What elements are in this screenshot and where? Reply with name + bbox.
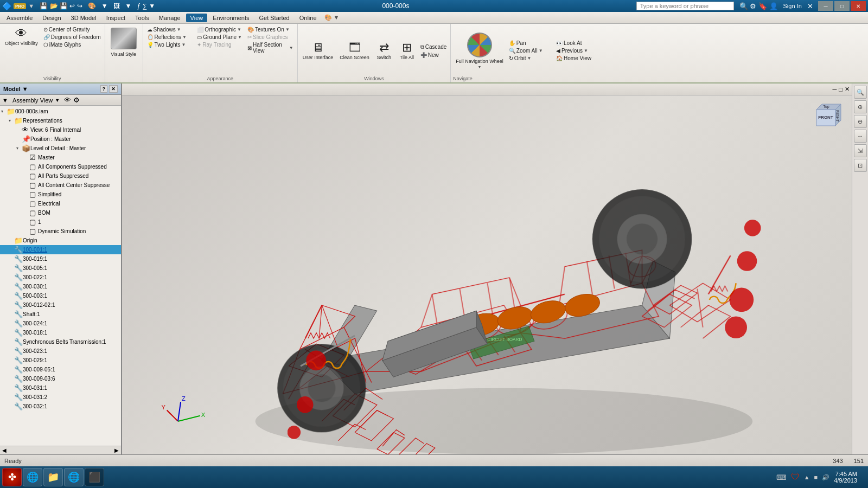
sidebar-close-btn[interactable]: ✕ <box>109 85 118 93</box>
ray-tracing-btn[interactable]: ✦ Ray Tracing <box>195 41 245 48</box>
viewcube[interactable]: Top FRONT RIGHT <box>806 100 846 140</box>
two-lights-btn[interactable]: 💡 Two Lights ▼ <box>145 41 195 48</box>
viewport-close-icon[interactable]: ✕ <box>845 86 850 93</box>
tree-item[interactable]: 🔧300-023:1 <box>0 346 121 356</box>
tree-item[interactable]: 🔧300-029:1 <box>0 356 121 365</box>
tree-item[interactable]: 🔧300-032:1 <box>0 402 121 411</box>
home-view-btn[interactable]: 🏠 Home View <box>554 55 601 62</box>
close-btn[interactable]: ✕ <box>851 1 866 11</box>
menu-tab-dropdown[interactable]: 🎨 ▼ <box>324 14 340 21</box>
tree-item[interactable]: 🔧300-009-05:1 <box>0 365 121 374</box>
menu-3dmodel[interactable]: 3D Model <box>67 14 101 22</box>
orbit-btn[interactable]: ↻ Orbit ▼ <box>507 55 553 62</box>
clean-screen-btn[interactable]: 🗔 Clean Screen <box>337 40 372 62</box>
right-tool-5[interactable]: ⇲ <box>854 144 867 157</box>
tree-item[interactable]: ▢1 <box>0 217 121 227</box>
tree-item[interactable]: ▾📦Level of Detail : Master <box>0 144 121 153</box>
taskbar-btn-1[interactable]: ✤ <box>2 468 22 486</box>
view-options-icon[interactable]: ⚙ <box>73 96 80 104</box>
tree-item[interactable]: 🔧500-003:1 <box>0 291 121 300</box>
user-interface-btn[interactable]: 🖥 User Interface <box>300 40 336 62</box>
filter-icon[interactable]: ▼ <box>2 97 8 104</box>
visual-style-btn[interactable]: Visual Style <box>107 26 140 59</box>
assembly-view-arrow[interactable]: ▼ <box>55 98 60 103</box>
tree-item[interactable]: ▢Simplified <box>0 190 121 199</box>
tree-item[interactable]: 🔧300-030:1 <box>0 282 121 291</box>
viewport-restore-icon[interactable]: □ <box>839 86 843 93</box>
menu-online[interactable]: Online <box>295 14 321 22</box>
tree-item[interactable]: 🔧100-001:1 <box>0 245 121 254</box>
maximize-btn[interactable]: □ <box>834 1 850 11</box>
center-gravity-btn[interactable]: ⊙ Center of Gravity <box>42 26 103 33</box>
new-window-btn[interactable]: ➕ New <box>419 52 448 59</box>
reflections-btn[interactable]: 🪞 Reflections ▼ <box>145 34 195 41</box>
tree-item[interactable]: 🔧Shaft:1 <box>0 310 121 319</box>
switch-btn[interactable]: ⇄ Switch <box>373 40 395 62</box>
tree-item[interactable]: ▢BOM <box>0 208 121 217</box>
tree-item[interactable]: ▢Dynamic Simulation <box>0 227 121 236</box>
previous-btn[interactable]: ◀ Previous ▼ <box>554 47 601 54</box>
menu-manage[interactable]: Manage <box>155 14 185 22</box>
tree-item[interactable]: ☑Master <box>0 153 121 162</box>
menu-environments[interactable]: Environments <box>208 14 253 22</box>
tree-item[interactable]: 🔧Synchronous Belts Transmission:1 <box>0 337 121 346</box>
menu-getstarted[interactable]: Get Started <box>254 14 293 22</box>
orthographic-btn[interactable]: ⬜ Orthographic ▼ <box>195 26 245 33</box>
scroll-right-btn[interactable]: ▶ <box>114 447 119 453</box>
half-section-btn[interactable]: ⊠ Half Section View ▼ <box>246 41 295 54</box>
zoom-all-btn[interactable]: 🔍 Zoom All ▼ <box>507 47 553 54</box>
taskbar-btn-3[interactable]: 📁 <box>43 468 63 486</box>
menu-design[interactable]: Design <box>38 14 65 22</box>
tree-item[interactable]: ▾📁000-000s.iam <box>0 107 121 116</box>
minimize-btn[interactable]: ─ <box>818 1 833 11</box>
menu-tools[interactable]: Tools <box>131 14 154 22</box>
taskbar-btn-4[interactable]: 🌐 <box>64 468 84 486</box>
pan-btn[interactable]: ✋ Pan <box>507 40 553 47</box>
viewport-minimize-icon[interactable]: ─ <box>833 86 837 93</box>
menu-view[interactable]: View <box>186 14 208 22</box>
tree-item[interactable]: 🔧300-019:1 <box>0 254 121 264</box>
right-tool-3[interactable]: ⊖ <box>854 115 867 128</box>
tree-item[interactable]: ▢All Parts Suppressed <box>0 171 121 181</box>
tree-item[interactable]: ▢All Components Suppressed <box>0 162 121 171</box>
tile-all-btn[interactable]: ⊞ Tile All <box>396 40 418 62</box>
tree-item[interactable]: 🔧300-012-02:1 <box>0 300 121 310</box>
tree-item[interactable]: 🔧300-024:1 <box>0 319 121 328</box>
ground-plane-btn[interactable]: ▭ Ground Plane ▼ <box>195 34 245 41</box>
search-input[interactable] <box>636 2 734 10</box>
viewport[interactable]: ─ □ ✕ <box>122 84 852 454</box>
taskbar-btn-2[interactable]: 🌐 <box>23 468 42 486</box>
tree-item[interactable]: 🔧300-009-03:6 <box>0 374 121 383</box>
imates-btn[interactable]: ⬡ iMate Glyphs <box>42 41 103 48</box>
menu-assemble[interactable]: Assemble <box>2 14 37 22</box>
taskbar-btn-5[interactable]: ⬛ <box>85 468 104 486</box>
tree-item[interactable]: 🔧300-018:1 <box>0 328 121 337</box>
textures-btn[interactable]: 🎨 Textures On ▼ <box>246 26 295 33</box>
scroll-left-btn[interactable]: ◀ <box>2 447 7 453</box>
shadows-btn[interactable]: ☁ Shadows ▼ <box>145 26 195 33</box>
tree-item[interactable]: 📁Origin <box>0 236 121 245</box>
tree-item[interactable]: ▢All Content Center Suppresse <box>0 181 121 190</box>
tree-item[interactable]: 🔧300-031:2 <box>0 393 121 402</box>
tree-item[interactable]: 🔧300-005:1 <box>0 264 121 273</box>
right-tool-2[interactable]: ⊕ <box>854 100 867 113</box>
full-nav-wheel-btn[interactable]: Full Navigation Wheel ▼ <box>453 31 506 71</box>
look-at-btn[interactable]: 👀 Look At <box>554 40 601 47</box>
slice-graphics-btn[interactable]: ✂ Slice Graphics <box>246 34 295 41</box>
tree-item[interactable]: 🔧300-022:1 <box>0 273 121 282</box>
tree-item[interactable]: 📌Position : Master <box>0 134 121 144</box>
right-tool-1[interactable]: 🔍 <box>854 86 867 99</box>
tree-item[interactable]: 👁View: 6 Final Internal <box>0 125 121 134</box>
view-icon[interactable]: 👁 <box>64 96 71 104</box>
tree-item[interactable]: 🔧300-031:1 <box>0 383 121 393</box>
object-visibility-btn[interactable]: 👁 Object Visibility <box>2 26 41 48</box>
menu-inspect[interactable]: Inspect <box>102 14 130 22</box>
right-tool-4[interactable]: ↔ <box>854 130 867 143</box>
assembly-view-label[interactable]: Assembly View <box>12 97 53 104</box>
sidebar-expand-btn[interactable]: ? <box>100 85 108 93</box>
tree-item[interactable]: ▢Electrical <box>0 199 121 208</box>
tree-item[interactable]: ▾📁Representations <box>0 116 121 125</box>
cascade-btn[interactable]: ⧉ Cascade <box>419 43 448 51</box>
right-tool-6[interactable]: ⊡ <box>854 159 867 172</box>
signin-label[interactable]: Sign In <box>783 3 802 9</box>
